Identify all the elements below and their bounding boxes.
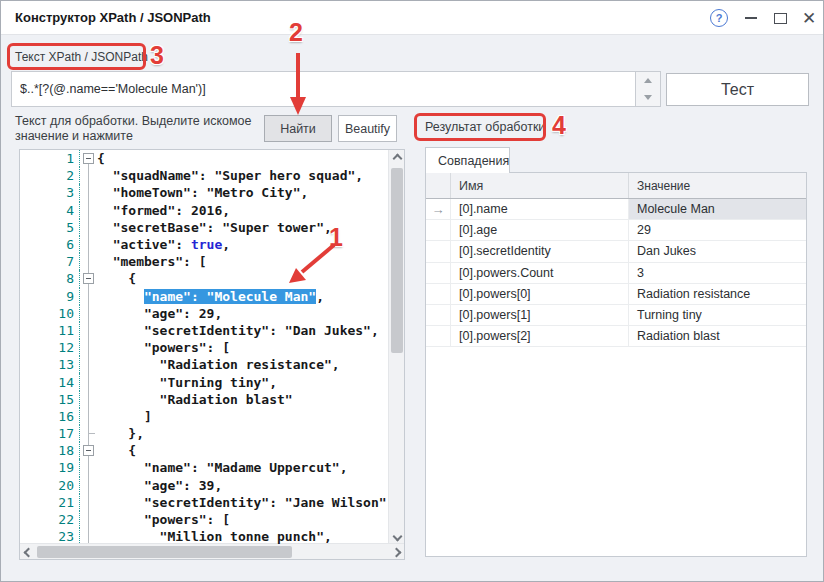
code-text: "Turning tiny", bbox=[97, 375, 277, 390]
scroll-down-button[interactable] bbox=[389, 528, 405, 544]
code-line[interactable]: 19 "name": "Madame Uppercut", bbox=[20, 459, 389, 476]
line-number: 1 bbox=[20, 150, 80, 167]
code-line[interactable]: 20 "age": 39, bbox=[20, 477, 389, 494]
fold-collapse-icon[interactable] bbox=[83, 273, 94, 284]
table-row[interactable]: [0].powers[1]Turning tiny bbox=[426, 305, 806, 326]
xpath-input[interactable] bbox=[11, 71, 635, 107]
code-line[interactable]: 4 "formed": 2016, bbox=[20, 202, 389, 219]
close-button[interactable]: ✕ bbox=[798, 7, 820, 29]
code-text: "homeTown": "Metro City", bbox=[97, 185, 308, 200]
code-line[interactable]: 18 { bbox=[20, 442, 389, 459]
cell-value[interactable]: Radiation blast bbox=[629, 326, 806, 346]
cell-value[interactable]: Molecule Man bbox=[629, 199, 806, 219]
table-row[interactable]: [0].age29 bbox=[426, 220, 806, 241]
table-row[interactable]: [0].powers.Count3 bbox=[426, 263, 806, 284]
cell-value[interactable]: 3 bbox=[629, 263, 806, 283]
minimize-button[interactable] bbox=[740, 7, 762, 29]
code-text: "members": [ bbox=[97, 254, 207, 269]
cell-name[interactable]: [0].powers.Count bbox=[451, 263, 629, 283]
fold-gutter bbox=[80, 477, 97, 494]
chevron-down-icon bbox=[392, 531, 402, 541]
code-line[interactable]: 10 "age": 29, bbox=[20, 305, 389, 322]
code-text: }, bbox=[97, 426, 144, 441]
annotation-arrow-2 bbox=[285, 51, 311, 117]
line-number: 15 bbox=[20, 391, 80, 408]
cell-name[interactable]: [0].powers[0] bbox=[451, 284, 629, 304]
code-line[interactable]: 2 "squadName": "Super hero squad", bbox=[20, 167, 389, 184]
cell-name[interactable]: [0].name bbox=[451, 199, 629, 219]
row-gutter-cell bbox=[426, 326, 451, 346]
fold-collapse-icon[interactable] bbox=[83, 445, 94, 456]
cell-name[interactable]: [0].secretIdentity bbox=[451, 241, 629, 261]
cell-name[interactable]: [0].age bbox=[451, 220, 629, 240]
code-line[interactable]: 9 "name": "Molecule Man", bbox=[20, 288, 389, 305]
code-text: "squadName": "Super hero squad", bbox=[97, 168, 363, 183]
editor-horizontal-scrollbar[interactable] bbox=[20, 543, 404, 559]
cell-name[interactable]: [0].powers[2] bbox=[451, 326, 629, 346]
fold-gutter bbox=[80, 253, 97, 270]
code-text: ] bbox=[97, 409, 152, 424]
line-number: 2 bbox=[20, 167, 80, 184]
scroll-left-button[interactable] bbox=[20, 544, 36, 560]
annotation-arrow-1 bbox=[281, 239, 341, 289]
editor-vertical-scrollbar[interactable] bbox=[388, 150, 404, 544]
code-line[interactable]: 16 ] bbox=[20, 408, 389, 425]
annotation-box-3 bbox=[7, 43, 146, 70]
scroll-right-button[interactable] bbox=[388, 544, 404, 560]
find-button[interactable]: Найти bbox=[264, 115, 332, 142]
code-line[interactable]: 1{ bbox=[20, 150, 389, 167]
table-row[interactable]: [0].powers[2]Radiation blast bbox=[426, 326, 806, 347]
code-text: { bbox=[97, 151, 105, 166]
tab-matches[interactable]: Совпадения bbox=[425, 147, 510, 173]
code-line[interactable]: 15 "Radiation blast" bbox=[20, 391, 389, 408]
fold-gutter bbox=[80, 288, 97, 305]
cell-value[interactable]: 29 bbox=[629, 220, 806, 240]
fold-gutter bbox=[80, 356, 97, 373]
code-line[interactable]: 12 "powers": [ bbox=[20, 339, 389, 356]
cell-value[interactable]: Turning tiny bbox=[629, 305, 806, 325]
table-row[interactable]: [0].secretIdentityDan Jukes bbox=[426, 241, 806, 262]
code-line[interactable]: 13 "Radiation resistance", bbox=[20, 356, 389, 373]
fold-end-tick bbox=[88, 433, 95, 434]
code-line[interactable]: 3 "homeTown": "Metro City", bbox=[20, 184, 389, 201]
horizontal-scroll-thumb[interactable] bbox=[37, 546, 292, 558]
fold-gutter bbox=[80, 219, 97, 236]
beautify-button[interactable]: Beautify bbox=[338, 115, 397, 142]
fold-gutter bbox=[80, 167, 97, 184]
test-button[interactable]: Тест bbox=[666, 73, 809, 106]
line-number: 5 bbox=[20, 219, 80, 236]
code-text: "age": 39, bbox=[97, 478, 222, 493]
code-text: { bbox=[97, 271, 136, 286]
column-header-value[interactable]: Значение bbox=[629, 173, 806, 198]
code-line[interactable]: 22 "powers": [ bbox=[20, 511, 389, 528]
table-row[interactable]: [0].powers[0]Radiation resistance bbox=[426, 284, 806, 305]
spinner-up-button[interactable] bbox=[636, 72, 660, 89]
fold-gutter bbox=[80, 391, 97, 408]
cell-value[interactable]: Radiation resistance bbox=[629, 284, 806, 304]
maximize-button[interactable] bbox=[769, 7, 791, 29]
code-line[interactable]: 11 "secretIdentity": "Dan Jukes", bbox=[20, 322, 389, 339]
xpath-input-spinner bbox=[635, 71, 661, 107]
code-line[interactable]: 21 "secretIdentity": "Jane Wilson" bbox=[20, 494, 389, 511]
column-header-name[interactable]: Имя bbox=[451, 173, 629, 198]
row-gutter-cell bbox=[426, 284, 451, 304]
line-number: 16 bbox=[20, 408, 80, 425]
table-row[interactable]: →[0].nameMolecule Man bbox=[426, 199, 806, 220]
spinner-down-button[interactable] bbox=[636, 89, 660, 106]
code-text: "secretIdentity": "Jane Wilson" bbox=[97, 495, 387, 510]
scroll-up-button[interactable] bbox=[389, 150, 405, 166]
code-line[interactable]: 17 }, bbox=[20, 425, 389, 442]
json-code-editor[interactable]: 1{2 "squadName": "Super hero squad",3 "h… bbox=[19, 149, 405, 560]
results-table-body: →[0].nameMolecule Man[0].age29[0].secret… bbox=[426, 199, 806, 347]
fold-collapse-icon[interactable] bbox=[83, 153, 94, 164]
vertical-scroll-thumb[interactable] bbox=[391, 168, 403, 353]
code-line[interactable]: 14 "Turning tiny", bbox=[20, 373, 389, 390]
code-line[interactable]: 23 "Million tonne punch", bbox=[20, 528, 389, 544]
cell-value[interactable]: Dan Jukes bbox=[629, 241, 806, 261]
help-button[interactable]: ? bbox=[708, 7, 730, 29]
fold-gutter bbox=[80, 202, 97, 219]
cell-name[interactable]: [0].powers[1] bbox=[451, 305, 629, 325]
annotation-number-4: 4 bbox=[552, 111, 566, 140]
process-text-label: Текст для обработки. Выделите искомое зн… bbox=[15, 114, 267, 144]
editor-code-lines: 1{2 "squadName": "Super hero squad",3 "h… bbox=[20, 150, 389, 544]
